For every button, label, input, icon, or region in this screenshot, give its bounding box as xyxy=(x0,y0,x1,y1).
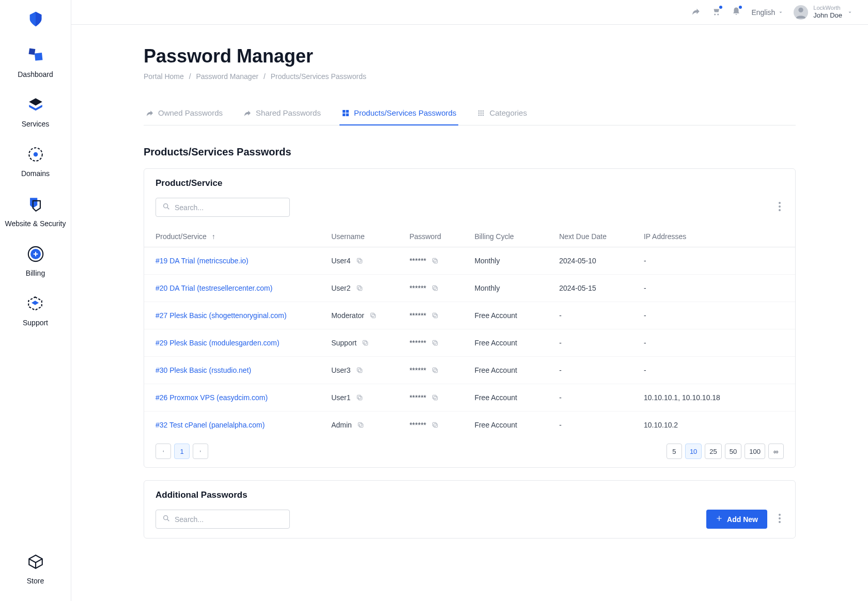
sidebar-item-label: Domains xyxy=(21,169,50,178)
svg-point-20 xyxy=(164,204,168,208)
tab-categories[interactable]: Categories xyxy=(475,101,529,125)
page-size-5[interactable]: 5 xyxy=(667,444,682,459)
col-next-due-date[interactable]: Next Due Date xyxy=(548,226,632,247)
svg-rect-35 xyxy=(434,314,438,318)
pager-prev[interactable] xyxy=(156,444,171,459)
copy-icon[interactable] xyxy=(431,339,439,346)
col-billing-cycle[interactable]: Billing Cycle xyxy=(463,226,548,247)
sidebar-item-label: Website & Security xyxy=(5,219,66,228)
search-input[interactable] xyxy=(175,203,283,212)
svg-rect-9 xyxy=(343,113,345,116)
billing-value: Free Account xyxy=(463,384,548,412)
copy-icon[interactable] xyxy=(356,394,363,401)
table-row: #32 Test cPanel (panelalpha.com)Admin***… xyxy=(144,412,795,439)
page-size-50[interactable]: 50 xyxy=(725,444,741,459)
svg-rect-7 xyxy=(343,110,345,113)
billing-value: Monthly xyxy=(463,275,548,302)
col-password[interactable]: Password xyxy=(398,226,463,247)
svg-rect-34 xyxy=(370,313,374,317)
ip-value: 10.10.10.1, 10.10.10.18 xyxy=(632,384,795,412)
svg-rect-28 xyxy=(432,258,436,262)
svg-rect-33 xyxy=(372,314,376,318)
copy-icon[interactable] xyxy=(431,367,439,374)
sidebar-item-support[interactable]: Support xyxy=(23,293,48,327)
page-size-∞[interactable]: ∞ xyxy=(768,444,784,459)
table-row: #29 Plesk Basic (modulesgarden.com)Suppo… xyxy=(144,329,795,357)
product-link[interactable]: #27 Plesk Basic (shogettenoryginal.com) xyxy=(156,311,287,320)
product-link[interactable]: #20 DA Trial (testresellercenter.com) xyxy=(156,284,272,292)
product-link[interactable]: #19 DA Trial (metricscube.io) xyxy=(156,257,249,265)
svg-point-16 xyxy=(483,112,484,114)
svg-rect-46 xyxy=(357,395,361,399)
sidebar-item-website-security[interactable]: Website & Security xyxy=(5,194,66,228)
sidebar-item-billing[interactable]: Billing xyxy=(25,244,46,278)
sidebar-item-services[interactable]: Services xyxy=(22,94,50,129)
svg-rect-36 xyxy=(432,313,436,317)
sidebar: Dashboard Services Domains Website & Sec… xyxy=(0,0,71,601)
bell-icon[interactable] xyxy=(732,7,741,18)
svg-rect-27 xyxy=(434,260,438,263)
language-selector[interactable]: English xyxy=(751,8,783,17)
domains-icon xyxy=(25,144,46,165)
username-value: Admin xyxy=(331,421,352,429)
plus-icon xyxy=(716,515,723,524)
svg-rect-44 xyxy=(432,368,436,371)
product-link[interactable]: #30 Plesk Basic (rsstudio.net) xyxy=(156,366,251,374)
product-link[interactable]: #29 Plesk Basic (modulesgarden.com) xyxy=(156,339,280,347)
chevron-down-icon xyxy=(847,10,853,15)
pager-page-1[interactable]: 1 xyxy=(174,444,190,459)
svg-rect-39 xyxy=(434,342,438,345)
cart-icon[interactable] xyxy=(711,7,721,18)
username-value: Support xyxy=(331,339,357,347)
additional-passwords-panel: Additional Passwords Add New xyxy=(144,480,796,539)
share-icon xyxy=(146,109,154,117)
copy-icon[interactable] xyxy=(356,284,363,292)
breadcrumb-home[interactable]: Portal Home xyxy=(144,72,184,81)
search-input[interactable] xyxy=(175,515,283,524)
col-product-service[interactable]: Product/Service ↑ xyxy=(144,226,320,247)
svg-rect-48 xyxy=(432,395,436,399)
product-link[interactable]: #32 Test cPanel (panelalpha.com) xyxy=(156,421,265,429)
copy-icon[interactable] xyxy=(369,312,377,319)
copy-icon[interactable] xyxy=(431,312,439,319)
panel-menu-button[interactable] xyxy=(776,511,784,528)
product-link[interactable]: #26 Proxmox VPS (easydcim.com) xyxy=(156,393,268,402)
breadcrumb-parent[interactable]: Password Manager xyxy=(196,72,258,81)
search-input-wrapper xyxy=(156,510,290,529)
tab-shared-passwords[interactable]: Shared Passwords xyxy=(241,101,323,125)
tab-owned-passwords[interactable]: Owned Passwords xyxy=(144,101,225,125)
user-menu[interactable]: LockWorth John Doe xyxy=(794,5,853,20)
copy-icon[interactable] xyxy=(431,284,439,292)
copy-icon[interactable] xyxy=(356,257,363,264)
col-username[interactable]: Username xyxy=(320,226,398,247)
copy-icon[interactable] xyxy=(362,339,369,346)
panel-title: Additional Passwords xyxy=(156,490,247,500)
billing-value: Free Account xyxy=(463,412,548,439)
tab-products-services-passwords[interactable]: Products/Services Passwords xyxy=(339,101,458,125)
copy-icon[interactable] xyxy=(431,257,439,264)
panel-menu-button[interactable] xyxy=(776,199,784,216)
tab-label: Owned Passwords xyxy=(158,108,223,117)
add-new-button[interactable]: Add New xyxy=(706,510,767,529)
svg-rect-25 xyxy=(358,260,362,263)
svg-rect-52 xyxy=(432,422,436,426)
copy-icon[interactable] xyxy=(356,367,363,374)
panel-title: Product/Service xyxy=(156,178,222,188)
copy-icon[interactable] xyxy=(431,421,439,429)
svg-point-24 xyxy=(779,209,781,211)
ip-value: - xyxy=(632,302,795,329)
sidebar-item-dashboard[interactable]: Dashboard xyxy=(18,45,53,79)
copy-icon[interactable] xyxy=(431,394,439,401)
page-size-10[interactable]: 10 xyxy=(685,444,702,459)
col-ip-addresses[interactable]: IP Addresses xyxy=(632,226,795,247)
due-date-value: - xyxy=(548,329,632,357)
pager-next[interactable] xyxy=(193,444,208,459)
copy-icon[interactable] xyxy=(357,421,364,429)
share-icon[interactable] xyxy=(691,7,701,18)
sidebar-item-store[interactable]: Store xyxy=(25,551,46,586)
username-value: User2 xyxy=(331,284,350,292)
user-name: John Doe xyxy=(813,11,842,20)
page-size-25[interactable]: 25 xyxy=(705,444,721,459)
page-size-100[interactable]: 100 xyxy=(745,444,765,459)
sidebar-item-domains[interactable]: Domains xyxy=(21,144,50,178)
